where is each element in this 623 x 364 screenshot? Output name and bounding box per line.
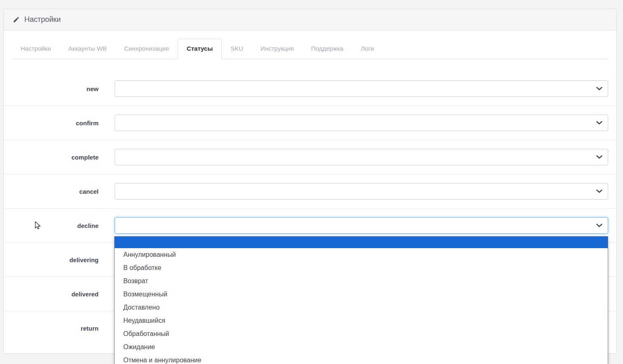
select-complete[interactable] bbox=[115, 149, 608, 165]
select-decline[interactable] bbox=[115, 217, 608, 234]
dropdown-option[interactable]: В обработке bbox=[115, 261, 608, 275]
tab-instruction[interactable]: Инструкция bbox=[252, 39, 303, 59]
dropdown-option[interactable]: Отмена и аннулирование bbox=[115, 354, 608, 364]
dropdown-option[interactable]: Доставлено bbox=[115, 301, 608, 314]
field-label-decline: decline bbox=[12, 222, 99, 229]
field-label-cancel: cancel bbox=[12, 188, 99, 195]
chevron-down-icon bbox=[596, 121, 602, 125]
mouse-cursor bbox=[35, 221, 41, 230]
dropdown-selected-option[interactable] bbox=[115, 237, 608, 248]
field-label-new: new bbox=[12, 85, 99, 92]
tab-statuses[interactable]: Статусы bbox=[178, 39, 222, 59]
chevron-down-icon bbox=[596, 87, 602, 91]
field-label-delivering: delivering bbox=[12, 256, 99, 263]
decline-select-dropdown: АннулированныйВ обработкеВозвратВозмещен… bbox=[114, 236, 608, 364]
tab-support[interactable]: Поддержка bbox=[303, 39, 352, 59]
pencil-icon bbox=[13, 16, 20, 23]
tab-sku[interactable]: SKU bbox=[222, 39, 252, 59]
field-label-complete: complete bbox=[12, 154, 99, 161]
form-row-cancel: cancel bbox=[4, 174, 616, 209]
field-label-delivered: delivered bbox=[12, 291, 99, 298]
tab-logs[interactable]: Логи bbox=[352, 39, 383, 59]
page: Настройки НастройкиАккаунты WBСинхрониза… bbox=[0, 0, 623, 364]
dropdown-option[interactable]: Возмещенный bbox=[115, 288, 608, 301]
dropdown-option[interactable]: Обработанный bbox=[115, 327, 608, 341]
page-title: Настройки bbox=[24, 15, 61, 24]
dropdown-option[interactable]: Возврат bbox=[115, 275, 608, 288]
panel-heading: Настройки bbox=[4, 9, 616, 31]
dropdown-option[interactable]: Неудавшийся bbox=[115, 314, 608, 327]
chevron-down-icon bbox=[596, 190, 602, 193]
select-cancel[interactable] bbox=[115, 183, 608, 200]
select-new[interactable] bbox=[115, 80, 608, 97]
dropdown-option[interactable]: Аннулированный bbox=[115, 248, 608, 261]
tab-synchronization[interactable]: Синхронизация bbox=[115, 39, 178, 59]
form-row-confirm: confirm bbox=[4, 106, 616, 140]
select-confirm[interactable] bbox=[115, 115, 608, 131]
chevron-down-icon bbox=[596, 224, 602, 228]
dropdown-option[interactable]: Ожидание bbox=[115, 341, 608, 354]
form-row-complete: complete bbox=[4, 140, 616, 174]
tab-accounts-wb[interactable]: Аккаунты WB bbox=[60, 39, 115, 59]
chevron-down-icon bbox=[596, 155, 602, 159]
field-label-return: return bbox=[12, 325, 99, 332]
field-label-confirm: confirm bbox=[12, 120, 99, 127]
tab-settings[interactable]: Настройки bbox=[12, 39, 60, 59]
tab-bar: НастройкиАккаунты WBСинхронизацияСтатусы… bbox=[12, 39, 608, 59]
form-row-new: new bbox=[4, 72, 616, 106]
